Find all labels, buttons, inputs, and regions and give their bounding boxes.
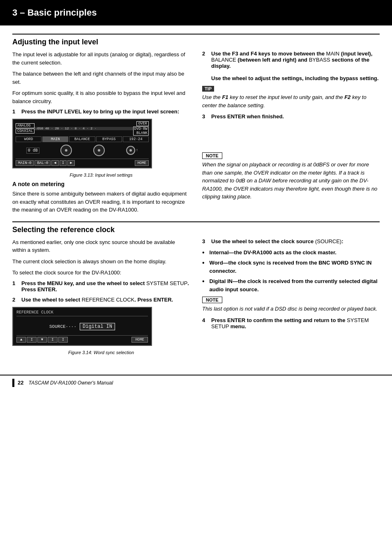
section2-intro3: To select the clock source for the DV-RA… <box>12 269 190 277</box>
s2step1-num: 1 <box>12 280 18 292</box>
screen1-row1: ANALOG COAXIAL -650 40 · 20 · 12 · 8 · 4… <box>16 121 149 136</box>
bullet-list: Internal—the DV-RA1000 acts as the clock… <box>202 249 380 294</box>
section1-intro3: For optimum sonic quality, it is also po… <box>12 89 190 105</box>
knob1-dot <box>65 149 67 152</box>
step1: 1 Press the INPUT LEVEL key to bring up … <box>12 108 190 115</box>
screen1-knob-row: 0 dB ↑ <box>16 143 149 158</box>
step3-text: Press ENTER when finished. <box>211 113 284 120</box>
footer-pagenum: 22 <box>18 380 23 386</box>
step1-content: Press the INPUT LEVEL key to bring up th… <box>21 108 190 115</box>
section2-step4: 4 Press ENTER to confirm the setting and… <box>202 317 380 329</box>
s2step4-content: Press ENTER to confirm the setting and r… <box>211 317 380 329</box>
s2step3-num: 3 <box>202 238 208 244</box>
screen1-word: WORD <box>16 136 42 142</box>
step3: 3 Press ENTER when finished. <box>202 113 380 120</box>
section1-intro2: The balance between the left and right c… <box>12 70 190 86</box>
screen1-main: MAIN <box>42 136 68 142</box>
bullet-digital: Digital IN—the clock is received from th… <box>202 277 380 293</box>
screen2-title: REFERENCE CLOCK <box>16 310 148 316</box>
bullet-word-text: Word—the clock sync is received from the… <box>210 259 380 275</box>
section2-step3: 3 Use the wheel to select the clock sour… <box>202 238 380 244</box>
page-footer: 22 TASCAM DV-RA1000 Owner's Manual <box>0 375 392 390</box>
footer-bar <box>12 379 14 387</box>
note-wrapper: NOTE When the signal on playback or reco… <box>202 152 380 201</box>
step2-main: (input level), <box>341 51 373 57</box>
screen1-knob1 <box>60 145 72 156</box>
tip-box-wrapper: TIP Use the F1 key to reset the input le… <box>202 85 380 109</box>
section2-columns: As mentioned earlier, only one clock syn… <box>12 238 380 358</box>
footer-text: TASCAM DV-RA1000 Owner's Manual <box>28 380 113 386</box>
bullet-internal-text: Internal—the DV-RA1000 acts as the clock… <box>210 249 337 257</box>
bullet-word: Word—the clock sync is received from the… <box>202 259 380 275</box>
knob3-dot <box>129 149 132 152</box>
section2-left: As mentioned earlier, only one clock syn… <box>12 238 190 358</box>
tip-text: Use the F1 key to reset the input level … <box>202 93 380 109</box>
step1-text: Press the INPUT LEVEL key to bring up th… <box>21 108 179 115</box>
figure1-caption: Figure 3.13: Input level settings <box>12 173 190 177</box>
tip-label: TIP <box>202 86 214 92</box>
note-text: When the signal on playback or recording… <box>202 161 380 201</box>
screen2-source: SOURCE···· Digital IN <box>16 320 148 334</box>
section1-columns: The input level is adjustable for all in… <box>12 51 380 217</box>
step2-num: 2 <box>202 51 208 81</box>
screen1-meter: -650 40 · 20 · 12 · 8 · 4 · 2 · <box>35 127 133 130</box>
s2step3-content: Use the wheel to select the clock source… <box>211 238 380 244</box>
s2nav-i1: I <box>27 337 36 343</box>
bullet-internal: Internal—the DV-RA1000 acts as the clock… <box>202 249 380 257</box>
section2-right: 3 Use the wheel to select the clock sour… <box>202 238 380 358</box>
content-area: Adjusting the input level The input leve… <box>0 25 392 366</box>
step3-content: Press ENTER when finished. <box>211 113 380 120</box>
figure2-caption: Figure 3.14: Word sync selection <box>12 350 190 355</box>
chapter-header: 3 – Basic principles <box>0 0 392 25</box>
screen1-balance: BALANCE <box>69 136 95 142</box>
section2-note-wrapper: NOTE This last option is not valid if a … <box>202 297 380 313</box>
screen2-source-value: Digital IN <box>80 323 115 330</box>
s2nav-i2: I <box>48 337 57 343</box>
metering-subtitle: A note on metering <box>12 181 190 187</box>
screen1-bypass: BYPASS <box>96 136 122 142</box>
screen1-section-labels: WORD MAIN BALANCE BYPASS 192-24 <box>16 136 149 142</box>
note-label: NOTE <box>202 152 222 159</box>
nav-i1: I <box>60 160 67 166</box>
nav-prev: ◄ <box>51 160 58 166</box>
s2nav-up: ▲ <box>16 337 26 343</box>
chapter-title: 3 – Basic principles <box>12 7 97 18</box>
section2-intro1: As mentioned earlier, only one clock syn… <box>12 238 190 254</box>
step2-balance: (between left and right) and <box>238 57 307 63</box>
screen1-arrow: ↑ <box>136 148 138 152</box>
step2-bold: Use the F3 and F4 keys to move between t… <box>211 51 325 57</box>
s2nav-i3: I <box>58 337 68 343</box>
screen1-nav: MAIN→0 BAL→0 ◄ I ► HOME <box>16 159 149 166</box>
screen1-analog-label: ANALOG <box>16 123 35 128</box>
section2-note-label: NOTE <box>202 297 222 303</box>
s2nav-home: HOME <box>131 337 148 343</box>
screen1-over: OVER <box>136 121 149 126</box>
screen1-192: 192-24 <box>123 136 149 142</box>
s2step1-content: Press the MENU key, and use the wheel to… <box>21 280 190 292</box>
knob2-dot <box>98 149 100 152</box>
screen2-source-label: SOURCE···· <box>49 324 76 329</box>
page: 3 – Basic principles Adjusting the input… <box>0 0 392 555</box>
screen2-nav: ▲ I ▼ I I HOME <box>16 335 148 343</box>
step3-num: 3 <box>202 113 208 120</box>
section1-title: Adjusting the input level <box>12 38 380 46</box>
s2step2-content: Use the wheel to select REFERENCE CLOCK.… <box>21 297 190 303</box>
device-screen1: ANALOG COAXIAL -650 40 · 20 · 12 · 8 · 4… <box>12 119 152 168</box>
metering-paragraph: Since there is some ambiguity between ma… <box>12 190 190 214</box>
s2nav-down: ▼ <box>37 337 47 343</box>
screen1-knob2 <box>93 145 105 156</box>
section2-step1: 1 Press the MENU key, and use the wheel … <box>12 280 190 292</box>
nav-bal0: BAL→0 <box>35 160 51 166</box>
bullet-digital-text: Digital IN—the clock is received from th… <box>210 277 380 293</box>
section1-intro1: The input level is adjustable for all in… <box>12 51 190 67</box>
section2-step2: 2 Use the wheel to select REFERENCE CLOC… <box>12 297 190 303</box>
screen1-coaxial-label: COAXIAL <box>16 129 35 134</box>
step2-content: Use the F3 and F4 keys to move between t… <box>211 51 380 81</box>
section2-intro2: The current clock selection is always sh… <box>12 258 190 266</box>
nav-main0: MAIN→0 <box>16 160 34 166</box>
device-screen2: REFERENCE CLOCK SOURCE···· Digital IN ▲ … <box>12 307 152 346</box>
nav-next: ► <box>67 160 74 166</box>
section1-divider <box>12 34 380 35</box>
step2-sub: Use the wheel to adjust the settings, in… <box>211 75 378 81</box>
screen1-db: 0 dB <box>26 147 39 154</box>
